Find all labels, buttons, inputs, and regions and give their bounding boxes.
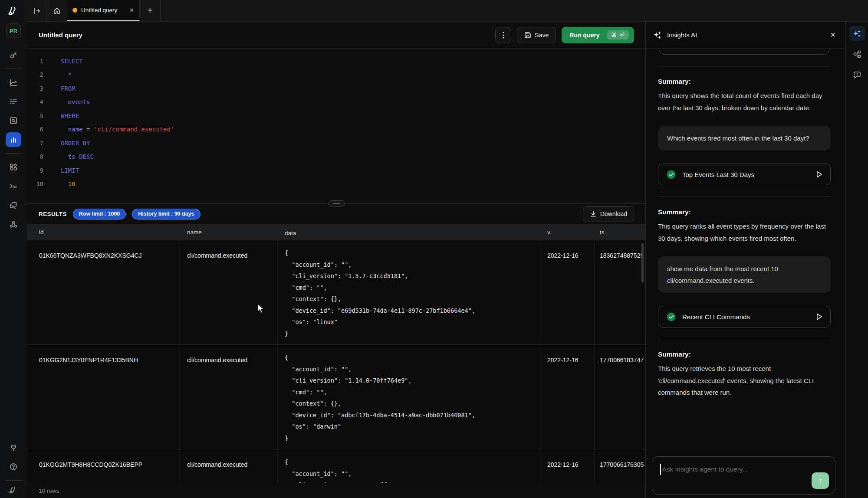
close-panel-icon[interactable]: ✕	[830, 31, 836, 39]
sql-editor[interactable]: 1SELECT2 *3FROM4 events5WHERE6 name = 'c…	[27, 49, 645, 200]
cell-v: 2022-12-16	[540, 240, 595, 344]
column-header-name[interactable]: name	[180, 229, 278, 236]
insights-content: Summary:This query shows the total count…	[646, 49, 845, 399]
results-label: RESULTS	[39, 211, 67, 217]
rail-item-feedback[interactable]	[849, 68, 865, 82]
code-text: events	[49, 98, 90, 105]
user-message-bubble: show me data from the most recent 10 cli…	[658, 256, 831, 293]
table-row: 01KGG2N1J3Y0ENP1R4F1335BNHcli/command.ex…	[27, 345, 645, 449]
rail-item-insights-ai[interactable]	[849, 26, 865, 41]
cell-v: 2022-12-16	[540, 345, 595, 449]
query-panel: Untitled query	[27, 22, 645, 498]
tab-untitled-query[interactable]: Untitled query ✕	[67, 0, 140, 21]
splitter-drag-handle[interactable]	[329, 200, 345, 206]
summary-heading: Summary:	[658, 351, 831, 358]
rail-item-schema[interactable]	[849, 47, 865, 62]
more-options-button[interactable]	[495, 27, 511, 43]
code-text: name = 'cli/command.executed'	[49, 126, 174, 133]
check-circle-icon	[666, 170, 676, 180]
play-icon[interactable]	[816, 313, 822, 320]
home-button[interactable]	[47, 0, 67, 21]
save-label: Save	[535, 32, 549, 39]
line-number: 10	[27, 180, 49, 187]
download-icon	[590, 210, 597, 217]
bar-chart-icon	[9, 135, 18, 144]
sidebar-item-terminal[interactable]	[6, 179, 21, 193]
sidebar-item-chat[interactable]	[6, 198, 21, 213]
sidebar-item-apps-grid[interactable]	[6, 160, 21, 174]
download-label: Download	[600, 210, 627, 217]
code-text: LIMIT	[49, 167, 79, 174]
column-header-id[interactable]: id	[27, 229, 180, 236]
line-number: 8	[27, 153, 49, 160]
column-header-ts[interactable]: ts	[595, 229, 645, 236]
header-actions: Save Run query ⌘ ⏎	[495, 27, 634, 43]
code-text: FROM	[49, 85, 76, 92]
line-number: 6	[27, 126, 49, 133]
sidebar-item-list[interactable]	[6, 94, 21, 109]
code-line: 4 events	[27, 95, 645, 109]
table-body: 01K66TQNZA3WFBQ8XN2KXSG4CJcli/command.ex…	[27, 240, 645, 498]
right-rail	[845, 22, 868, 498]
json-data: { "account_id": "", "cli_version": "1.14…	[285, 352, 536, 444]
new-tab-button[interactable]: +	[140, 0, 161, 21]
query-result-card[interactable]: Top Events Last 30 Days	[658, 164, 831, 185]
code-line: 5WHERE	[27, 109, 645, 123]
vertical-scrollbar[interactable]	[641, 243, 644, 283]
footer-logo-icon	[8, 487, 19, 494]
row-count: 10 rows	[39, 488, 59, 494]
code-text: 10	[49, 180, 76, 187]
play-icon[interactable]	[816, 171, 822, 178]
sidebar-item-webhooks[interactable]	[6, 217, 21, 232]
send-button[interactable]: ↑	[812, 472, 829, 489]
line-number: 3	[27, 85, 49, 92]
download-button[interactable]: Download	[583, 206, 634, 222]
column-header-data[interactable]: data	[278, 223, 540, 242]
apps-grid-icon	[9, 163, 18, 171]
sidebar-item-query-search[interactable]	[6, 113, 21, 128]
table-row: 01K66TQNZA3WFBQ8XN2KXSG4CJcli/command.ex…	[27, 240, 645, 345]
results-toolbar: RESULTS Row limit : 1000 History limit :…	[27, 204, 645, 224]
chat-copy-icon	[9, 201, 18, 210]
sidebar-item-bar-chart[interactable]	[6, 132, 21, 147]
sidebar-divider	[5, 69, 22, 69]
code-text: *	[49, 71, 72, 78]
sidebar-divider	[5, 480, 22, 481]
query-result-card[interactable]: Recent CLI Commands	[658, 306, 831, 328]
insights-title: Insights AI	[667, 31, 697, 39]
run-query-button[interactable]: Run query ⌘ ⏎	[562, 27, 634, 43]
webhook-icon	[9, 220, 18, 229]
tab-label: Untitled query	[81, 7, 125, 13]
cell-id: 01K66TQNZA3WFBQ8XN2KXSG4CJ	[27, 240, 180, 344]
insights-header: Insights AI ✕	[646, 22, 845, 49]
help-icon	[9, 462, 18, 471]
tab-close-icon[interactable]: ✕	[129, 7, 134, 13]
left-sidebar: PR	[0, 0, 27, 498]
terminal-icon	[9, 182, 18, 190]
code-text: ORDER BY	[49, 140, 90, 147]
status-bar: 10 rows	[27, 483, 645, 498]
user-message-bubble: Which events fired most often in the las…	[658, 126, 831, 151]
sidebar-item-integrations[interactable]	[6, 440, 21, 455]
line-number: 1	[27, 58, 49, 65]
code-line: 3FROM	[27, 82, 645, 95]
tab-bar: Untitled query ✕ +	[27, 0, 868, 22]
row-limit-badge[interactable]: Row limit : 1000	[73, 209, 126, 220]
sidebar-collapse-button[interactable]	[27, 0, 47, 21]
sidebar-item-api-keys[interactable]	[6, 48, 21, 62]
history-limit-badge[interactable]: History limit : 90 days	[132, 209, 200, 220]
page-title: Untitled query	[39, 31, 82, 39]
cell-name: cli/command.executed	[180, 240, 278, 344]
summary-text: This query ranks all event types by freq…	[658, 220, 831, 244]
column-header-v[interactable]: v	[540, 229, 595, 236]
sidebar-item-charts[interactable]	[6, 75, 21, 90]
save-button[interactable]: Save	[517, 27, 556, 43]
avatar[interactable]: PR	[6, 23, 21, 38]
check-circle-icon	[666, 312, 676, 322]
ask-input[interactable]: Ask insights agent to query... ↑	[652, 456, 835, 495]
tree-icon	[853, 50, 861, 59]
sidebar-item-help[interactable]	[6, 459, 21, 474]
code-text: ts DESC	[49, 153, 94, 160]
query-card-label: Top Events Last 30 Days	[682, 171, 754, 178]
code-line: 8 ts DESC	[27, 150, 645, 164]
